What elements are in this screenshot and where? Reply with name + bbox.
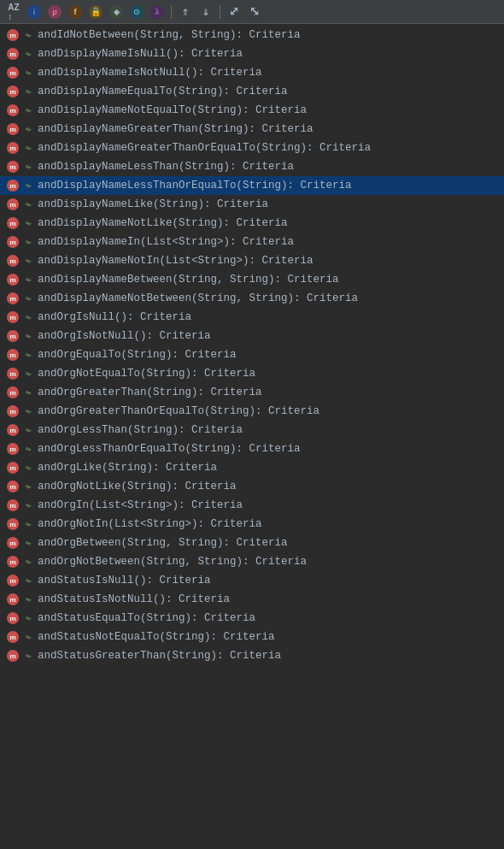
sort-down-icon[interactable]: ⇓ (197, 3, 214, 21)
list-item[interactable]: m↬andDisplayNameLessThan(String): Criter… (0, 157, 504, 176)
method-name: andDisplayNameIn(List<String>): Criteria (38, 236, 294, 248)
list-item[interactable]: m↬andDisplayNameGreaterThanOrEqualTo(Str… (0, 139, 504, 157)
link-badge: ↬ (22, 499, 34, 511)
link-badge: ↬ (22, 612, 34, 624)
method-list: m↬andIdNotBetween(String, String): Crite… (0, 24, 504, 667)
list-item[interactable]: m↬andOrgEqualTo(String): Criteria (0, 345, 504, 364)
link-badge: ↬ (22, 462, 34, 474)
method-badge: m (7, 198, 19, 210)
method-badge: m (7, 142, 19, 154)
method-name: andDisplayNameLike(String): Criteria (38, 198, 268, 210)
sort-az-icon[interactable]: AZ↕ (5, 3, 22, 21)
list-item[interactable]: m↬andDisplayNameNotIn(List<String>): Cri… (0, 251, 504, 270)
method-name: andOrgNotEqualTo(String): Criteria (38, 368, 255, 380)
list-item[interactable]: m↬andOrgBetween(String, String): Criteri… (0, 534, 504, 552)
list-item[interactable]: m↬andOrgGreaterThan(String): Criteria (0, 383, 504, 402)
list-item[interactable]: m↬andOrgNotBetween(String, String): Crit… (0, 552, 504, 571)
property-icon[interactable]: p (46, 3, 63, 21)
method-badge: m (7, 255, 19, 267)
method-name: andOrgIsNotNull(): Criteria (38, 330, 211, 342)
list-item[interactable]: m↬andStatusIsNotNull(): Criteria (0, 590, 504, 609)
list-item[interactable]: m↬andDisplayNameEqualTo(String): Criteri… (0, 82, 504, 101)
method-badge: m (7, 462, 19, 474)
toolbar: AZ↕ i p f 🔒 ◈ ⊙ λ ⇑ ⇓ ⤢ ⤡ (0, 0, 504, 24)
list-item[interactable]: m↬andDisplayNameBetween(String, String):… (0, 270, 504, 289)
method-name: andDisplayNameNotLike(String): Criteria (38, 217, 288, 229)
method-badge: m (7, 424, 19, 436)
method-badge: m (7, 650, 19, 662)
link-badge: ↬ (22, 29, 34, 41)
info-icon[interactable]: i (26, 3, 43, 21)
list-item[interactable]: m↬andOrgNotLike(String): Criteria (0, 477, 504, 496)
list-item[interactable]: m↬andOrgGreaterThanOrEqualTo(String): Cr… (0, 402, 504, 421)
list-item[interactable]: m↬andOrgLessThanOrEqualTo(String): Crite… (0, 439, 504, 458)
link-badge: ↬ (22, 198, 34, 210)
method-badge: m (7, 575, 19, 587)
method-name: andStatusEqualTo(String): Criteria (38, 612, 255, 624)
method-badge: m (7, 123, 19, 135)
toolbar-separator-2 (220, 5, 220, 19)
list-item[interactable]: m↬andOrgNotIn(List<String>): Criteria (0, 515, 504, 534)
method-badge: m (7, 180, 19, 192)
list-item[interactable]: m↬andOrgIsNotNull(): Criteria (0, 327, 504, 345)
list-item[interactable]: m↬andDisplayNameNotBetween(String, Strin… (0, 289, 504, 308)
link-badge: ↬ (22, 593, 34, 605)
method-badge: m (7, 292, 19, 304)
link-badge: ↬ (22, 405, 34, 417)
list-item[interactable]: m↬andDisplayNameNotLike(String): Criteri… (0, 214, 504, 233)
sort-up-icon[interactable]: ⇑ (177, 3, 194, 21)
link-badge: ↬ (22, 255, 34, 267)
list-item[interactable]: m↬andDisplayNameGreaterThan(String): Cri… (0, 120, 504, 139)
list-item[interactable]: m↬andDisplayNameIsNull(): Criteria (0, 44, 504, 63)
expand-all-icon[interactable]: ⤢ (226, 3, 243, 21)
method-badge: m (7, 161, 19, 173)
link-badge: ↬ (22, 217, 34, 229)
list-item[interactable]: m↬andIdNotBetween(String, String): Crite… (0, 26, 504, 44)
list-item[interactable]: m↬andStatusNotEqualTo(String): Criteria (0, 628, 504, 646)
list-item[interactable]: m↬andStatusIsNull(): Criteria (0, 571, 504, 590)
list-item[interactable]: m↬andStatusGreaterThan(String): Criteria (0, 646, 504, 665)
collapse-all-icon[interactable]: ⤡ (246, 3, 263, 21)
link-badge: ↬ (22, 48, 34, 60)
method-name: andOrgGreaterThan(String): Criteria (38, 386, 262, 398)
method-name: andStatusIsNotNull(): Criteria (38, 593, 230, 605)
link-badge: ↬ (22, 575, 34, 587)
method-name: andOrgGreaterThanOrEqualTo(String): Crit… (38, 405, 319, 417)
visibility-icon[interactable]: ◈ (108, 3, 125, 21)
field-icon[interactable]: f (67, 3, 84, 21)
method-badge: m (7, 593, 19, 605)
list-item[interactable]: m↬andDisplayNameIsNotNull(): Criteria (0, 63, 504, 82)
method-name: andOrgBetween(String, String): Criteria (38, 537, 288, 549)
method-name: andDisplayNameLessThan(String): Criteria (38, 161, 294, 173)
link-badge: ↬ (22, 104, 34, 116)
list-item[interactable]: m↬andDisplayNameLessThanOrEqualTo(String… (0, 176, 504, 195)
list-item[interactable]: m↬andDisplayNameIn(List<String>): Criter… (0, 233, 504, 251)
list-item[interactable]: m↬andDisplayNameLike(String): Criteria (0, 195, 504, 214)
list-item[interactable]: m↬andOrgIn(List<String>): Criteria (0, 496, 504, 515)
lock-icon[interactable]: 🔒 (87, 3, 104, 21)
method-name: andDisplayNameIsNull(): Criteria (38, 48, 243, 60)
link-badge: ↬ (22, 349, 34, 361)
method-badge: m (7, 330, 19, 342)
method-name: andOrgIsNull(): Criteria (38, 311, 191, 323)
link-badge: ↬ (22, 631, 34, 643)
method-badge: m (7, 67, 19, 79)
lambda-icon[interactable]: λ (149, 3, 166, 21)
circle-dot-icon[interactable]: ⊙ (128, 3, 145, 21)
method-name: andDisplayNameGreaterThan(String): Crite… (38, 123, 314, 135)
link-badge: ↬ (22, 274, 34, 286)
method-name: andIdNotBetween(String, String): Criteri… (38, 29, 301, 41)
list-item[interactable]: m↬andOrgNotEqualTo(String): Criteria (0, 364, 504, 383)
list-item[interactable]: m↬andDisplayNameNotEqualTo(String): Crit… (0, 101, 504, 120)
link-badge: ↬ (22, 443, 34, 455)
link-badge: ↬ (22, 161, 34, 173)
link-badge: ↬ (22, 67, 34, 79)
link-badge: ↬ (22, 311, 34, 323)
list-item[interactable]: m↬andOrgLike(String): Criteria (0, 458, 504, 477)
method-name: andOrgNotBetween(String, String): Criter… (38, 556, 307, 568)
link-badge: ↬ (22, 518, 34, 530)
link-badge: ↬ (22, 142, 34, 154)
list-item[interactable]: m↬andOrgIsNull(): Criteria (0, 308, 504, 327)
list-item[interactable]: m↬andStatusEqualTo(String): Criteria (0, 609, 504, 628)
list-item[interactable]: m↬andOrgLessThan(String): Criteria (0, 421, 504, 439)
